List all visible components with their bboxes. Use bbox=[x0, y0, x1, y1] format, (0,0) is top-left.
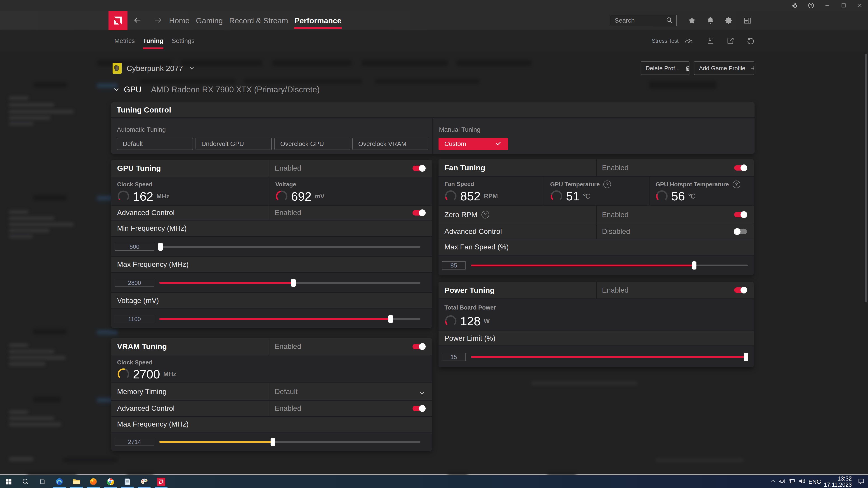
plus-icon bbox=[750, 65, 754, 72]
maximize-button[interactable] bbox=[835, 0, 852, 11]
minimize-button[interactable] bbox=[819, 0, 835, 11]
gpu-max-frequency-input[interactable]: 2800 bbox=[115, 279, 154, 287]
zero-rpm-help-icon[interactable]: ? bbox=[482, 211, 489, 219]
voltage-input[interactable]: 1100 bbox=[115, 315, 154, 323]
nav-item-gaming[interactable]: Gaming bbox=[193, 11, 226, 30]
slider-handle[interactable] bbox=[158, 242, 163, 251]
voltage-slider[interactable] bbox=[159, 315, 421, 323]
tab-metrics[interactable]: Metrics bbox=[110, 30, 139, 52]
slider-handle[interactable] bbox=[388, 315, 393, 323]
reset-icon[interactable] bbox=[746, 37, 755, 45]
scrollbar[interactable] bbox=[865, 54, 867, 302]
fan-tuning-toggle[interactable] bbox=[734, 165, 747, 170]
max-fan-speed-slider[interactable] bbox=[471, 261, 748, 269]
stress-test-gauge-icon[interactable] bbox=[684, 36, 694, 46]
gpu-hotspot-temperature-label: GPU Hotspot Temperature bbox=[655, 181, 729, 188]
fan-advanced-control-toggle[interactable] bbox=[734, 229, 747, 234]
taskbar: ENG 13:32 17.11.2023 bbox=[0, 475, 868, 488]
tuning-page: Cyberpunk 2077 Delete Prof... Add Game P… bbox=[0, 52, 868, 475]
power-limit-input[interactable]: 15 bbox=[442, 353, 466, 361]
taskbar-amd-software-icon[interactable] bbox=[153, 475, 169, 488]
vram-advanced-control-label: Advanced Control bbox=[117, 404, 175, 413]
slider-handle[interactable] bbox=[744, 353, 748, 361]
auto-tuning-overclock-gpu-button[interactable]: Overclock GPU bbox=[274, 138, 350, 150]
zero-rpm-toggle[interactable] bbox=[734, 212, 747, 217]
gpu-temperature-value: 51 bbox=[566, 189, 580, 203]
manual-tuning-custom-button[interactable]: Custom bbox=[438, 138, 508, 150]
help-icon[interactable] bbox=[803, 0, 819, 11]
gpu-advanced-control-toggle[interactable] bbox=[412, 210, 425, 216]
taskbar-start-button[interactable] bbox=[0, 475, 17, 488]
auto-tuning-overclock-vram-button[interactable]: Overclock VRAM bbox=[352, 138, 428, 150]
vram-max-frequency-input[interactable]: 2714 bbox=[115, 438, 154, 446]
gpu-temperature-help-icon[interactable]: ? bbox=[603, 181, 611, 188]
auto-tuning-default-button[interactable]: Default bbox=[117, 138, 193, 150]
voltage-value: 692 bbox=[291, 189, 311, 203]
power-limit-slider[interactable] bbox=[471, 353, 748, 361]
slider-handle[interactable] bbox=[271, 438, 275, 446]
min-frequency-input[interactable]: 500 bbox=[115, 242, 154, 251]
tray-volume-icon[interactable] bbox=[798, 478, 806, 486]
taskbar-edge-icon[interactable] bbox=[51, 475, 68, 488]
search-input[interactable]: Search bbox=[610, 15, 677, 26]
vram-clock-value: 2700 bbox=[133, 367, 160, 381]
gpu-tuning-state: Enabled bbox=[275, 164, 301, 172]
gpu-device-name: AMD Radeon RX 7900 XTX (Primary/Discrete… bbox=[151, 85, 320, 94]
gpu-collapse-chevron-icon[interactable] bbox=[113, 86, 120, 94]
checkmark-icon bbox=[495, 140, 502, 148]
taskbar-file-explorer-icon[interactable] bbox=[68, 475, 85, 488]
auto-tuning-undervolt-gpu-button[interactable]: Undervolt GPU bbox=[195, 138, 272, 150]
apply-profile-icon[interactable] bbox=[706, 37, 714, 45]
slider-handle[interactable] bbox=[692, 261, 696, 269]
nav-item-record-stream[interactable]: Record & Stream bbox=[226, 11, 291, 30]
notification-center-icon[interactable] bbox=[858, 478, 865, 486]
gpu-tuning-title: GPU Tuning bbox=[117, 164, 161, 173]
share-profile-icon[interactable] bbox=[726, 37, 735, 45]
min-frequency-label: Min Frequency (MHz) bbox=[117, 224, 187, 232]
power-tuning-toggle[interactable] bbox=[734, 287, 747, 293]
hidden-icons-chevron-icon[interactable] bbox=[770, 478, 776, 485]
min-frequency-slider[interactable] bbox=[159, 242, 421, 251]
delete-profile-button[interactable]: Delete Prof... bbox=[641, 61, 689, 75]
fan-tuning-title: Fan Tuning bbox=[444, 163, 485, 172]
main-navbar: Home Gaming Record & Stream Performance … bbox=[0, 11, 868, 30]
nav-item-performance[interactable]: Performance bbox=[291, 11, 345, 30]
vram-max-frequency-slider[interactable] bbox=[159, 438, 421, 446]
vram-advanced-control-toggle[interactable] bbox=[412, 406, 425, 411]
tab-settings[interactable]: Settings bbox=[167, 30, 198, 52]
add-game-profile-button[interactable]: Add Game Profile bbox=[694, 61, 754, 75]
tab-tuning[interactable]: Tuning bbox=[139, 30, 167, 52]
taskbar-notepad-icon[interactable] bbox=[119, 475, 135, 488]
back-arrow[interactable] bbox=[133, 15, 142, 26]
gpu-tuning-toggle[interactable] bbox=[412, 166, 425, 171]
notifications-bell-icon[interactable] bbox=[701, 11, 720, 30]
tray-network-icon[interactable] bbox=[788, 478, 796, 486]
clock[interactable]: 13:32 17.11.2023 bbox=[824, 476, 852, 488]
close-button[interactable] bbox=[852, 0, 868, 11]
favorites-star-icon[interactable] bbox=[683, 11, 701, 30]
taskbar-search-button[interactable] bbox=[17, 475, 34, 488]
forward-arrow[interactable] bbox=[154, 15, 163, 26]
gpu-section-header[interactable]: GPU AMD Radeon RX 7900 XTX (Primary/Disc… bbox=[113, 85, 320, 94]
taskbar-firefox-icon[interactable] bbox=[85, 475, 102, 488]
board-power-unit: W bbox=[484, 318, 490, 325]
tray-camera-icon[interactable] bbox=[779, 478, 786, 486]
language-indicator[interactable]: ENG bbox=[808, 478, 821, 485]
taskbar-paint-icon[interactable] bbox=[135, 475, 153, 488]
bug-report-icon[interactable] bbox=[786, 0, 803, 11]
taskbar-task-view-button[interactable] bbox=[34, 475, 51, 488]
slider-handle[interactable] bbox=[291, 279, 296, 287]
gpu-max-frequency-slider[interactable] bbox=[159, 279, 421, 287]
game-profile-selector[interactable]: Cyberpunk 2077 bbox=[113, 61, 195, 75]
voltage-gauge bbox=[275, 190, 288, 203]
vram-tuning-toggle[interactable] bbox=[412, 344, 425, 349]
amd-logo[interactable] bbox=[108, 11, 127, 30]
nav-item-home[interactable]: Home bbox=[166, 11, 193, 30]
stress-test-label: Stress Test bbox=[652, 38, 679, 44]
memory-timing-dropdown-chevron-icon[interactable] bbox=[418, 390, 426, 398]
collapse-panel-icon[interactable] bbox=[738, 11, 757, 30]
settings-gear-icon[interactable] bbox=[720, 11, 738, 30]
gpu-hotspot-help-icon[interactable]: ? bbox=[733, 181, 740, 188]
taskbar-chrome-icon[interactable] bbox=[102, 475, 119, 488]
max-fan-speed-input[interactable]: 85 bbox=[442, 261, 466, 269]
